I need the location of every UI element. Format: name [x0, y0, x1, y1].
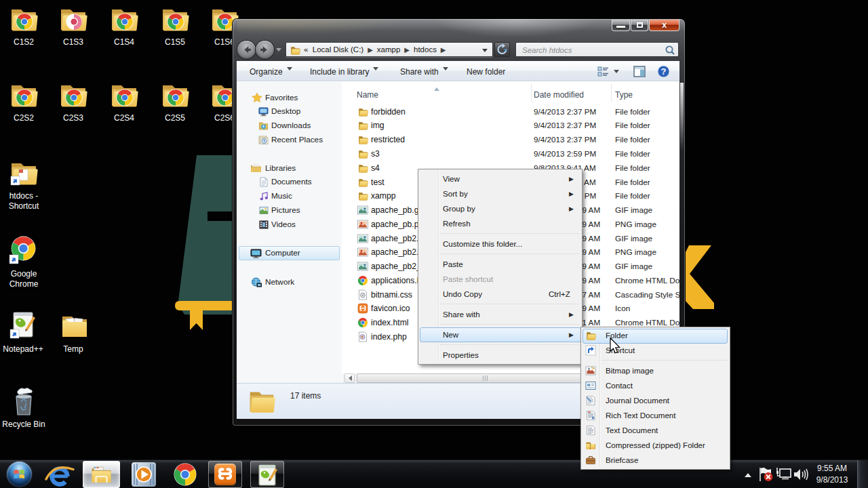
svg-text:?: ? — [661, 66, 667, 77]
svg-text:e: e — [361, 334, 364, 339]
